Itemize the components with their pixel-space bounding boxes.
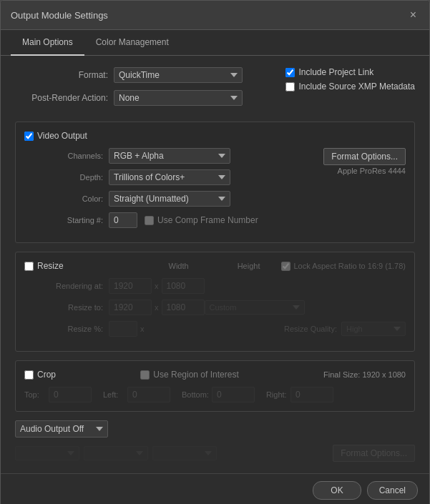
color-label: Color: [24, 194, 103, 203]
crop-right-input [290, 387, 333, 402]
left-label: Left: [103, 390, 124, 399]
audio-output-select[interactable]: Audio Output Off [15, 420, 108, 438]
audio-output-row: Audio Output Off [15, 420, 415, 438]
audio-format-select-2 [84, 446, 148, 460]
audio-format-select-1 [15, 446, 79, 460]
audio-format-select-3 [152, 446, 217, 460]
crop-panel: Crop Use Region of Interest Final Size: … [15, 360, 415, 412]
resize-to-height-input [162, 300, 205, 315]
bottom-label: Bottom: [182, 390, 209, 399]
resize-pct-label: Resize %: [24, 325, 103, 333]
resize-preset-select: Custom [205, 300, 305, 315]
ok-button[interactable]: OK [313, 481, 361, 500]
resize-pct-x-sep: x [140, 325, 145, 333]
resize-quality-select: High [341, 322, 406, 336]
apple-prores-text: Apple ProRes 4444 [338, 167, 406, 175]
depth-select[interactable]: Trillions of Colors+ [109, 169, 230, 185]
cancel-button[interactable]: Cancel [367, 481, 418, 500]
use-comp-frame-checkbox[interactable] [145, 216, 154, 225]
depth-label: Depth: [24, 173, 103, 182]
tab-color-management[interactable]: Color Management [84, 30, 180, 56]
resize-to-x-sep: x [155, 303, 159, 312]
crop-bottom-input [212, 387, 255, 402]
resize-to-width-input [109, 300, 152, 315]
rendering-width-input [109, 278, 152, 294]
include-source-xmp-checkbox[interactable] [285, 82, 295, 92]
post-render-select[interactable]: None [114, 90, 243, 106]
resize-label[interactable]: Resize [24, 261, 64, 271]
video-output-checkbox[interactable] [24, 132, 34, 141]
format-select[interactable]: QuickTime [114, 67, 243, 83]
use-region-label[interactable]: Use Region of Interest [140, 370, 238, 380]
width-col-header: Width [169, 262, 189, 270]
height-col-header: Height [238, 262, 260, 270]
rendering-height-input [162, 278, 205, 294]
dialog-title: Output Module Settings [11, 10, 108, 21]
close-button[interactable]: × [407, 8, 419, 22]
resize-checkbox[interactable] [24, 262, 34, 271]
lock-aspect-label[interactable]: Lock Aspect Ratio to 16:9 (1.78) [281, 262, 406, 271]
crop-left-input [127, 387, 170, 402]
video-output-label[interactable]: Video Output [24, 131, 87, 141]
crop-checkbox[interactable] [24, 370, 34, 380]
starting-hash-label: Starting #: [24, 216, 103, 224]
format-options-button[interactable]: Format Options... [323, 148, 406, 165]
title-bar: Output Module Settings × [1, 1, 429, 30]
main-content: Format: QuickTime Post-Render Action: No… [1, 56, 429, 473]
lock-aspect-checkbox[interactable] [281, 262, 290, 271]
top-label: Top: [24, 390, 46, 399]
post-render-label: Post-Render Action: [15, 93, 108, 103]
format-label: Format: [15, 70, 108, 80]
channels-label: Channels: [24, 152, 103, 160]
channels-select[interactable]: RGB + Alpha [109, 148, 230, 164]
include-project-link-checkbox[interactable] [285, 68, 295, 77]
resize-to-label: Resize to: [24, 303, 103, 312]
footer-bar: OK Cancel [1, 473, 429, 504]
use-comp-frame-label[interactable]: Use Comp Frame Number [145, 215, 258, 225]
color-select[interactable]: Straight (Unmatted) [109, 191, 230, 207]
audio-format-options-button: Format Options... [333, 445, 415, 462]
final-size-text: Final Size: 1920 x 1080 [323, 370, 406, 379]
right-label: Right: [266, 390, 288, 399]
rendering-at-label: Rendering at: [24, 282, 103, 290]
output-module-dialog: Output Module Settings × Main Options Co… [0, 0, 430, 504]
tab-bar: Main Options Color Management [1, 30, 429, 56]
resize-panel: Resize Width Height Lock Aspect Ratio to… [15, 252, 415, 352]
starting-number-input[interactable] [109, 212, 137, 228]
use-region-checkbox[interactable] [140, 370, 150, 380]
audio-format-row: Format Options... [15, 445, 415, 462]
rendering-x-sep: x [155, 282, 159, 290]
include-source-xmp-label[interactable]: Include Source XMP Metadata [285, 81, 415, 92]
resize-quality-label: Resize Quality: [284, 325, 337, 333]
include-project-link-label[interactable]: Include Project Link [285, 67, 373, 77]
video-output-panel: Video Output Channels: RGB + Alpha Depth… [15, 122, 415, 243]
tab-main-options[interactable]: Main Options [11, 30, 84, 56]
crop-top-input [49, 387, 92, 402]
resize-pct-width-input [109, 321, 137, 337]
crop-label[interactable]: Crop [24, 370, 56, 380]
